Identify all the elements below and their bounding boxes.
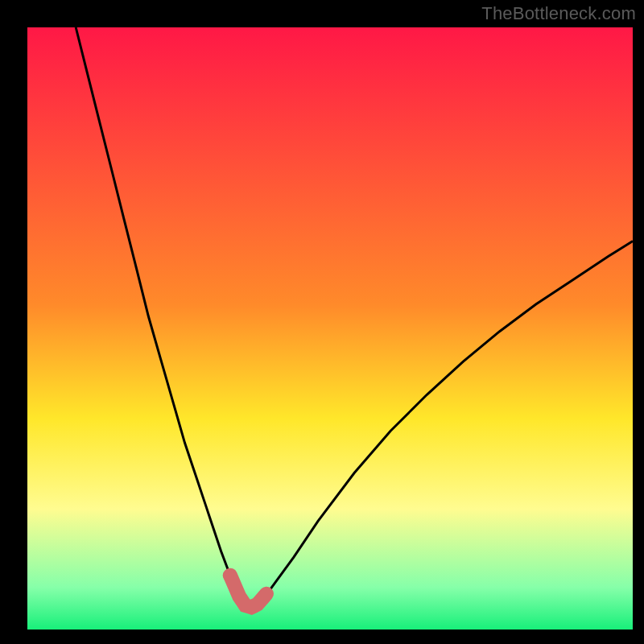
chart-container: TheBottleneck.com xyxy=(0,0,644,644)
optimal-marker-dot xyxy=(223,570,234,581)
attribution-label: TheBottleneck.com xyxy=(481,3,636,24)
bottleneck-chart xyxy=(0,0,644,644)
plot-gradient-background xyxy=(27,27,633,630)
